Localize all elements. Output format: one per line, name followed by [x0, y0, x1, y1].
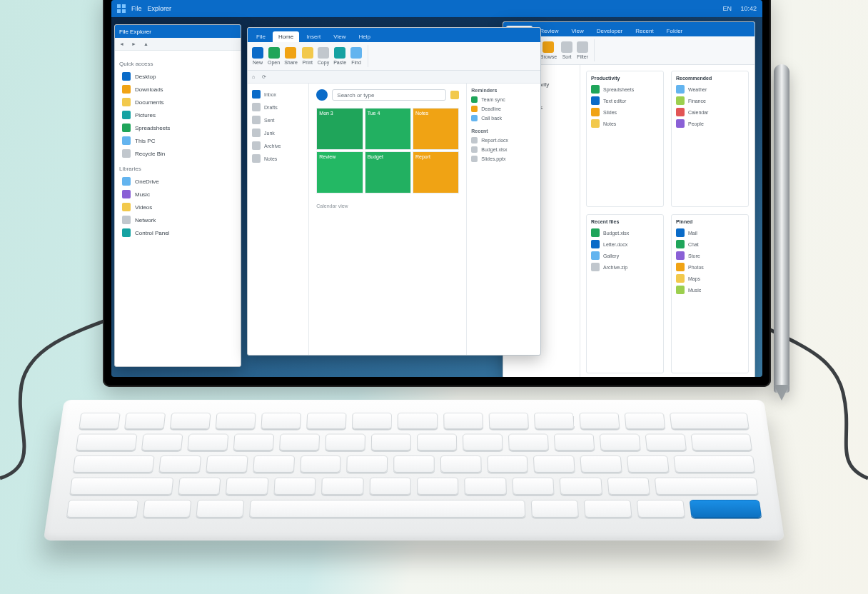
nav-item[interactable]: Control Panel	[119, 226, 236, 239]
file-explorer-toolbar[interactable]: ◄ ► ▲	[115, 38, 241, 51]
ribbon-button[interactable]: Filter	[577, 41, 588, 59]
status-dot-icon	[471, 137, 478, 144]
ribbon-tab[interactable]: View	[566, 26, 590, 36]
app-list-item[interactable]: Budget.xlsx	[591, 227, 659, 238]
app-list-item[interactable]: Spreadsheets	[591, 84, 659, 95]
nav-item[interactable]: Pictures	[119, 109, 236, 121]
folder-list-item[interactable]: Notes	[251, 152, 306, 165]
search-input[interactable]: Search or type	[332, 89, 446, 101]
folder-list-item[interactable]: Drafts	[251, 101, 306, 114]
calendar-ribbon-tabs[interactable]: FileHomeInsertViewHelp	[248, 28, 540, 42]
calendar-subtoolbar[interactable]: ⌂ ⟳	[248, 71, 540, 84]
taskbar-menu-1[interactable]: Explorer	[148, 5, 172, 12]
app-list-item[interactable]: Slides	[591, 106, 659, 118]
app-list-item[interactable]: Maps	[676, 273, 744, 284]
aside-section-title: Recent	[471, 129, 536, 134]
folder-icon	[252, 103, 261, 111]
home-icon[interactable]: ⌂	[252, 74, 255, 79]
aside-item[interactable]: Budget.xlsx	[471, 145, 536, 154]
aside-item[interactable]: Deadline	[471, 104, 536, 114]
window-calendar-app[interactable]: FileHomeInsertViewHelp New Open Share Pr…	[247, 27, 541, 356]
calendar-grid[interactable]: Mon 3 Tue 4 Notes Review Budget Report	[316, 108, 459, 193]
aside-item[interactable]: Call back	[471, 114, 536, 123]
ribbon-button[interactable]: Find	[350, 47, 362, 65]
ribbon-button[interactable]: Sort	[561, 41, 572, 59]
nav-item[interactable]: Music	[119, 188, 236, 201]
up-icon[interactable]: ▲	[143, 41, 148, 46]
nav-item[interactable]: Network	[119, 213, 236, 226]
app-list-item[interactable]: Archive.zip	[591, 261, 659, 273]
nav-item[interactable]: OneDrive	[119, 175, 236, 188]
folder-list-label: Drafts	[264, 105, 278, 110]
ribbon-tab[interactable]: Developer	[591, 26, 628, 36]
folder-list-item[interactable]: Junk	[251, 126, 306, 139]
tray-clock[interactable]: 10:42	[740, 5, 757, 12]
refresh-icon[interactable]: ⟳	[262, 74, 266, 80]
cal-cell-5[interactable]: Report	[413, 151, 459, 193]
monitor-frame: File Explorer EN 10:42 File Explorer ◄ ►…	[103, 0, 771, 387]
app-list-item[interactable]: Letter.docx	[591, 238, 659, 250]
folder-list-item[interactable]: Inbox	[251, 88, 306, 101]
app-list-item[interactable]: Mail	[676, 227, 744, 238]
cal-cell-0[interactable]: Mon 3	[316, 108, 363, 150]
start-icon[interactable]	[117, 4, 126, 13]
file-explorer-titlebar[interactable]: File Explorer	[115, 25, 241, 38]
os-taskbar[interactable]: File Explorer EN 10:42	[111, 0, 762, 17]
cal-cell-2[interactable]: Notes	[413, 108, 459, 150]
system-tray[interactable]: EN 10:42	[715, 5, 757, 12]
app-list-item[interactable]: Gallery	[591, 250, 659, 261]
taskbar-menu-0[interactable]: File	[131, 5, 142, 12]
window-file-explorer[interactable]: File Explorer ◄ ► ▲ Quick access Desktop…	[114, 24, 241, 367]
folder-list-item[interactable]: Archive	[251, 139, 306, 152]
nav-item[interactable]: Desktop	[119, 70, 236, 83]
keyboard-key	[143, 500, 192, 518]
ribbon-tab[interactable]: Home	[273, 31, 299, 42]
nav-item[interactable]: Recycle Bin	[119, 147, 236, 160]
star-icon[interactable]	[450, 91, 459, 99]
app-list-item[interactable]: People	[676, 118, 744, 129]
ribbon-button[interactable]: New	[252, 47, 263, 65]
nav-item[interactable]: This PC	[119, 134, 236, 147]
forward-icon[interactable]: ►	[131, 41, 136, 46]
aside-item[interactable]: Slides.pptx	[471, 154, 536, 163]
cal-cell-3[interactable]: Review	[316, 151, 363, 193]
ribbon-tab[interactable]: File	[251, 31, 271, 42]
ribbon-button[interactable]: Open	[268, 47, 280, 65]
cal-cell-1[interactable]: Tue 4	[365, 108, 411, 150]
back-icon[interactable]: ◄	[119, 41, 124, 46]
ribbon-button[interactable]: Copy	[318, 47, 329, 65]
cal-cell-4[interactable]: Budget	[365, 151, 411, 193]
app-list-item[interactable]: Chat	[676, 238, 744, 250]
ribbon-button[interactable]: Print	[302, 47, 313, 65]
app-list-item[interactable]: Weather	[676, 84, 744, 95]
nav-item[interactable]: Spreadsheets	[119, 121, 236, 134]
ribbon-tab[interactable]: Folder	[661, 26, 689, 36]
aside-item-label: Deadline	[481, 106, 501, 111]
ribbon-button[interactable]: Browse	[540, 41, 557, 59]
ribbon-button-icon	[542, 41, 554, 53]
nav-item[interactable]: Downloads	[119, 83, 236, 96]
nav-item-label: Spreadsheets	[135, 125, 170, 131]
app-list-item[interactable]: Calendar	[676, 106, 744, 118]
app-list-item[interactable]: Text editor	[591, 95, 659, 106]
nav-item[interactable]: Documents	[119, 96, 236, 109]
ribbon-button[interactable]: Paste	[333, 47, 346, 65]
ribbon-tab[interactable]: Insert	[301, 31, 326, 42]
ribbon-tab[interactable]: Help	[353, 31, 375, 42]
calendar-ribbon[interactable]: New Open Share Print Copy Paste Find	[248, 42, 540, 71]
calendar-folder-list[interactable]: Inbox Drafts Sent Junk Archive Notes	[248, 84, 309, 355]
user-avatar[interactable]	[316, 89, 328, 101]
folder-list-item[interactable]: Sent	[251, 114, 306, 126]
app-list-item[interactable]: Notes	[591, 118, 659, 129]
ribbon-tab[interactable]: View	[328, 31, 351, 42]
app-list-item[interactable]: Finance	[676, 95, 744, 106]
ribbon-tab[interactable]: Recent	[630, 26, 659, 36]
tray-lang[interactable]: EN	[722, 5, 732, 12]
app-list-item[interactable]: Store	[676, 250, 744, 261]
aside-item[interactable]: Team sync	[471, 95, 536, 104]
app-list-item[interactable]: Photos	[676, 261, 744, 273]
nav-item[interactable]: Videos	[119, 201, 236, 213]
aside-item[interactable]: Report.docx	[471, 136, 536, 145]
ribbon-button[interactable]: Share	[284, 47, 298, 65]
app-list-item[interactable]: Music	[676, 284, 744, 296]
